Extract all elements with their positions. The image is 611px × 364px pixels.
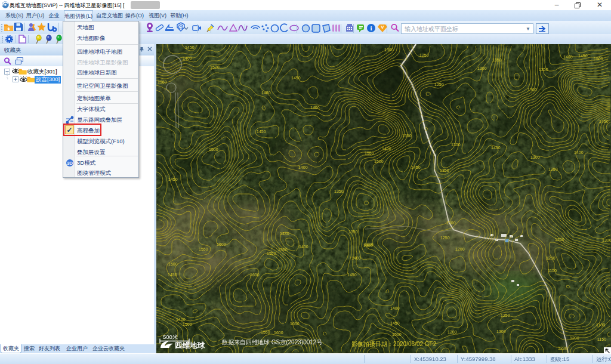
svg-text:1400: 1400 [563, 55, 573, 59]
svg-text:1300: 1300 [602, 238, 611, 242]
svg-text:1250: 1250 [548, 167, 558, 171]
svg-text:500米: 500米 [163, 334, 178, 340]
svg-text:1450: 1450 [185, 45, 195, 50]
svg-text:1300: 1300 [530, 155, 540, 159]
svg-text:1550: 1550 [261, 330, 270, 334]
svg-text:1250: 1250 [419, 53, 429, 57]
svg-text:1300: 1300 [496, 329, 506, 334]
svg-text:1500: 1500 [278, 248, 288, 252]
svg-text:1350: 1350 [492, 58, 502, 62]
svg-text:1500: 1500 [374, 159, 384, 164]
svg-text:1550: 1550 [199, 247, 208, 251]
svg-text:1500: 1500 [183, 322, 192, 326]
svg-text:1450: 1450 [390, 321, 400, 325]
svg-text:1300: 1300 [384, 48, 394, 52]
svg-text:1550: 1550 [365, 151, 374, 155]
svg-text:1400: 1400 [351, 256, 361, 260]
svg-text:1600: 1600 [274, 331, 283, 335]
svg-text:1520: 1520 [210, 65, 220, 69]
svg-text:1480: 1480 [261, 91, 271, 95]
svg-text:1450: 1450 [291, 76, 301, 80]
svg-text:1600: 1600 [217, 242, 226, 246]
svg-text:1600: 1600 [250, 273, 260, 277]
svg-text:1350: 1350 [334, 189, 344, 193]
svg-text:1250: 1250 [501, 313, 510, 317]
svg-text:1100: 1100 [596, 323, 605, 327]
svg-text:四维地球: 四维地球 [175, 341, 205, 350]
svg-text:1480: 1480 [280, 232, 289, 236]
svg-text:1360: 1360 [158, 80, 167, 84]
svg-text:1450: 1450 [411, 165, 421, 169]
svg-text:1300: 1300 [446, 221, 456, 225]
svg-text:i: i [370, 24, 372, 32]
svg-text:数据来自四维地球 GS京(2023)0012号: 数据来自四维地球 GS京(2023)0012号 [221, 339, 322, 346]
svg-text:1400: 1400 [298, 165, 308, 169]
svg-text:1350: 1350 [440, 168, 449, 172]
svg-text:V: V [381, 24, 384, 30]
svg-text:1350: 1350 [402, 134, 412, 138]
svg-text:1500: 1500 [594, 57, 603, 61]
svg-text:1300: 1300 [527, 88, 537, 92]
svg-text:1550: 1550 [267, 251, 276, 255]
svg-text:1200: 1200 [455, 247, 465, 251]
svg-text:1400: 1400 [183, 56, 192, 60]
svg-text:1500: 1500 [168, 262, 178, 266]
svg-text:1450: 1450 [257, 129, 266, 134]
svg-text:1200: 1200 [546, 256, 556, 260]
svg-text:1150: 1150 [597, 337, 606, 341]
svg-text:1350: 1350 [539, 67, 548, 72]
svg-text:1450: 1450 [168, 177, 178, 181]
svg-text:1450: 1450 [599, 119, 609, 124]
svg-text:1200: 1200 [570, 336, 579, 340]
svg-text:1500: 1500 [392, 332, 402, 337]
svg-text:1500: 1500 [209, 147, 218, 152]
svg-text:1200: 1200 [448, 330, 457, 334]
svg-text:1250: 1250 [440, 236, 450, 240]
svg-text:影像拍摄日期：2020/06/02 GF2: 影像拍摄日期：2020/06/02 GF2 [351, 341, 437, 347]
svg-text:1400: 1400 [491, 146, 501, 150]
svg-text:1450: 1450 [168, 273, 177, 277]
svg-text:1400: 1400 [390, 306, 400, 310]
svg-text:1250: 1250 [434, 82, 444, 87]
svg-text:1650: 1650 [290, 322, 300, 326]
svg-text:1300: 1300 [477, 66, 487, 70]
svg-text:1300: 1300 [364, 242, 374, 246]
svg-text:1450: 1450 [578, 54, 588, 58]
svg-text:1250: 1250 [555, 237, 564, 242]
svg-text:1400: 1400 [574, 150, 584, 155]
svg-text:1400: 1400 [299, 245, 308, 249]
svg-text:1400: 1400 [176, 317, 186, 322]
svg-text:1400: 1400 [310, 106, 320, 110]
svg-text:1450: 1450 [347, 273, 357, 277]
svg-text:1300: 1300 [451, 143, 461, 147]
svg-text:3D: 3D [67, 161, 73, 166]
svg-text:1400: 1400 [382, 147, 391, 151]
svg-text:1350: 1350 [348, 230, 358, 234]
svg-text:1280: 1280 [558, 346, 567, 350]
svg-text:1150: 1150 [548, 269, 557, 273]
